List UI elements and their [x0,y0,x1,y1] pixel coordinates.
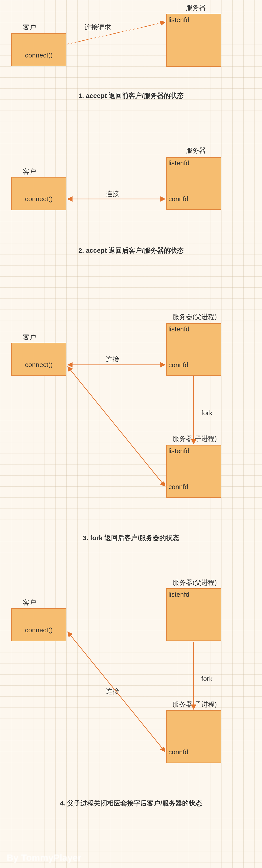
caption-3: 3. fork 返回后客户/服务器的状态 [0,533,262,542]
client-connect-1: connect() [25,52,53,59]
server-title-1: 服务器 [186,3,206,12]
arrow-label-4a: 连接 [106,687,119,696]
server-child-title-4: 服务器(子进程) [173,700,217,709]
arrow-s3-child [68,367,165,487]
server-box-1: listenfd [166,14,221,67]
server-child-box-3: listenfd connfd [166,445,221,498]
arrows-layer [0,0,262,868]
watermark: By TommyPlayer [7,852,82,863]
client-title-4: 客户 [23,598,36,607]
server-parent-title-4: 服务器(父进程) [173,578,217,587]
server-child-box-4: connfd [166,710,221,763]
client-title-1: 客户 [23,23,36,32]
server-child-title-3: 服务器(子进程) [173,434,217,443]
arrow-label-2: 连接 [106,189,119,198]
arrow-s1 [67,22,165,44]
server-connfd-2: connfd [168,195,188,203]
client-box-3: connect() [11,343,66,376]
server-parent-connfd-3: connfd [168,361,188,369]
arrow-label-3b: fork [201,409,212,417]
arrow-label-1: 连接请求 [85,23,111,32]
server-parent-title-3: 服务器(父进程) [173,312,217,321]
server-title-2: 服务器 [186,146,206,155]
arrow-label-4b: fork [201,675,212,682]
caption-1: 1. accept 返回前客户/服务器的状态 [0,91,262,100]
server-parent-box-3: listenfd connfd [166,323,221,376]
client-title-2: 客户 [23,167,36,176]
server-listenfd-1: listenfd [168,16,190,24]
client-box-2: connect() [11,177,66,210]
server-box-2: listenfd connfd [166,157,221,210]
client-connect-2: connect() [25,195,53,203]
client-connect-4: connect() [25,626,53,634]
server-child-connfd-3: connfd [168,483,188,491]
client-title-3: 客户 [23,333,36,342]
caption-2: 2. accept 返回后客户/服务器的状态 [0,246,262,255]
server-parent-box-4: listenfd [166,588,221,641]
server-parent-listenfd-4: listenfd [168,591,190,598]
caption-4: 4. 父子进程关闭相应套接字后客户/服务器的状态 [0,799,262,808]
client-connect-3: connect() [25,361,53,369]
client-box-4: connect() [11,608,66,641]
server-child-connfd-4: connfd [168,748,188,756]
server-parent-listenfd-3: listenfd [168,326,190,333]
server-listenfd-2: listenfd [168,159,190,167]
client-box-1: connect() [11,33,66,66]
arrow-label-3a: 连接 [106,355,119,364]
server-child-listenfd-3: listenfd [168,447,190,455]
